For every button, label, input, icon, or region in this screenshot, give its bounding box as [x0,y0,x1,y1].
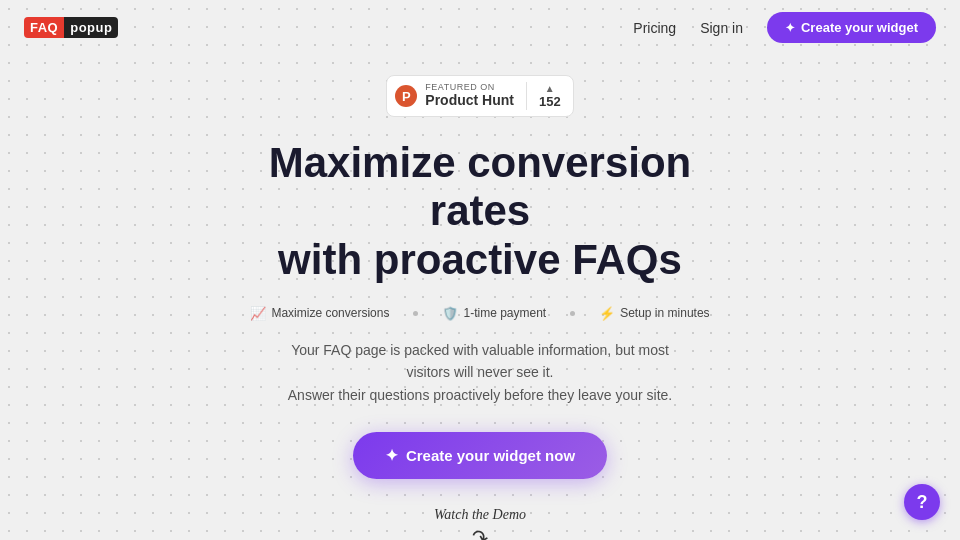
feature3-label: Setup in minutes [620,306,709,320]
sparkle-icon: ✦ [785,21,795,35]
logo-faq: FAQ [24,17,64,38]
feature1-label: Maximize conversions [271,306,389,320]
feature-setup: ⚡ Setup in minutes [599,306,709,321]
help-label: ? [917,492,928,513]
feature-dot-2 [570,311,575,316]
payment-icon: 🛡️ [442,306,458,321]
cta-label: Create your widget now [406,447,575,464]
ph-name: Product Hunt [425,93,514,108]
setup-icon: ⚡ [599,306,615,321]
pricing-link[interactable]: Pricing [633,20,676,36]
cta-sparkle-icon: ✦ [385,446,398,465]
watch-demo-text: Watch the Demo [434,507,526,523]
hero-subtext: Your FAQ page is packed with valuable in… [280,339,680,406]
hero-headline: Maximize conversion rates with proactive… [220,139,740,284]
watch-demo: Watch the Demo ↷ [434,507,526,540]
conversions-icon: 📈 [250,306,266,321]
product-hunt-text: FEATURED ON Product Hunt [425,83,514,108]
feature-payment: 🛡️ 1-time payment [442,306,546,321]
navbar: FAQ popup Pricing Sign in ✦ Create your … [0,0,960,55]
ph-divider [526,82,527,110]
signin-link[interactable]: Sign in [700,20,743,36]
subtext-line1: Your FAQ page is packed with valuable in… [291,342,669,380]
help-button[interactable]: ? [904,484,940,520]
create-widget-button[interactable]: ✦ Create your widget [767,12,936,43]
nav-links: Pricing Sign in ✦ Create your widget [633,12,936,43]
product-hunt-logo: P [395,85,417,107]
subtext-line2: Answer their questions proactively befor… [288,387,672,403]
headline-line1: Maximize conversion rates [269,139,691,234]
ph-count: 152 [539,94,561,109]
logo[interactable]: FAQ popup [24,17,118,38]
product-hunt-badge[interactable]: P FEATURED ON Product Hunt ▲ 152 [386,75,573,117]
hero-section: P FEATURED ON Product Hunt ▲ 152 Maximiz… [0,55,960,540]
feature-conversions: 📈 Maximize conversions [250,306,389,321]
feature2-label: 1-time payment [463,306,546,320]
watch-demo-arrow-icon: ↷ [469,523,492,540]
logo-popup: popup [64,17,118,38]
features-row: 📈 Maximize conversions 🛡️ 1-time payment… [250,306,709,321]
cta-button[interactable]: ✦ Create your widget now [353,432,607,479]
ph-count-group: ▲ 152 [539,83,561,109]
feature-dot-1 [413,311,418,316]
ph-arrow-icon: ▲ [545,83,555,94]
headline-line2: with proactive FAQs [278,236,682,283]
